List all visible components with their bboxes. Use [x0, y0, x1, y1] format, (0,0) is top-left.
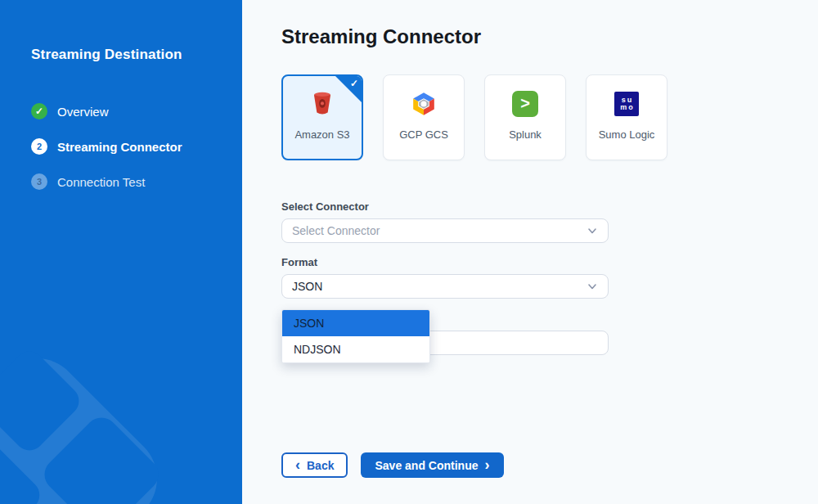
connector-card-gcp-gcs[interactable]: GCP GCS	[383, 74, 465, 160]
sumo-logic-icon: su mo	[614, 90, 639, 118]
connector-cards: ✓ Amazon S3	[281, 74, 818, 160]
chevron-right-icon: ›	[485, 457, 490, 471]
wizard-footer: ‹ Back Save and Continue ›	[281, 452, 609, 478]
connector-card-label: Sumo Logic	[599, 118, 655, 152]
format-option-ndjson[interactable]: NDJSON	[282, 336, 429, 362]
format-dropdown[interactable]: JSON	[281, 274, 609, 299]
connector-card-sumo-logic[interactable]: su mo Sumo Logic	[586, 74, 667, 160]
main-content: Streaming Connector ✓ Amazon S3	[242, 0, 818, 504]
step-overview[interactable]: ✓ Overview	[31, 103, 182, 119]
splunk-icon: >	[512, 90, 538, 118]
amazon-s3-icon	[310, 90, 335, 118]
connector-card-label: GCP GCS	[399, 118, 448, 152]
chevron-down-icon	[587, 281, 598, 292]
gcp-gcs-icon	[410, 90, 438, 118]
select-connector-placeholder: Select Connector	[292, 224, 587, 237]
connector-card-splunk[interactable]: > Splunk	[484, 74, 566, 160]
chevron-down-icon	[587, 225, 598, 236]
sumo-line2: mo	[620, 104, 635, 111]
format-field-wrap: Format JSON JSON NDJSON	[281, 256, 609, 299]
step-done-check-icon: ✓	[31, 103, 47, 119]
step-streaming-connector[interactable]: 2 Streaming Connector	[31, 138, 182, 155]
back-button-label: Back	[307, 459, 334, 472]
sidebar-title: Streaming Destination	[31, 47, 182, 63]
selected-corner-badge: ✓	[335, 76, 362, 102]
format-option-json[interactable]: JSON	[282, 310, 429, 336]
step-label: Connection Test	[57, 175, 145, 189]
save-button-label: Save and Continue	[375, 459, 478, 472]
wizard-sidebar: Streaming Destination ✓ Overview 2 Strea…	[0, 0, 242, 504]
connector-card-label: Splunk	[509, 118, 542, 152]
select-connector-label: Select Connector	[281, 200, 609, 214]
connector-card-amazon-s3[interactable]: ✓ Amazon S3	[281, 74, 363, 160]
back-button[interactable]: ‹ Back	[281, 452, 348, 478]
step-number-badge: 3	[31, 173, 47, 190]
splunk-chevron-glyph: >	[512, 91, 538, 117]
connector-card-label: Amazon S3	[294, 118, 349, 152]
step-connection-test[interactable]: 3 Connection Test	[31, 173, 182, 190]
step-number-badge: 2	[31, 138, 47, 155]
page-title: Streaming Connector	[281, 25, 818, 48]
step-label: Overview	[57, 105, 109, 119]
format-label: Format	[281, 256, 609, 269]
wizard-steps: ✓ Overview 2 Streaming Connector 3 Conne…	[31, 103, 182, 209]
connector-form: Select Connector Select Connector Format…	[281, 200, 609, 478]
format-options-menu: JSON NDJSON	[281, 309, 430, 363]
format-selected-value: JSON	[292, 280, 587, 293]
check-icon: ✓	[350, 78, 358, 89]
select-connector-dropdown[interactable]: Select Connector	[281, 218, 609, 243]
chevron-left-icon: ‹	[295, 457, 300, 471]
save-and-continue-button[interactable]: Save and Continue ›	[361, 452, 503, 478]
step-label: Streaming Connector	[57, 140, 182, 154]
app-window: Streaming Destination ✓ Overview 2 Strea…	[0, 0, 818, 504]
sumo-logic-glyph: su mo	[614, 92, 639, 116]
